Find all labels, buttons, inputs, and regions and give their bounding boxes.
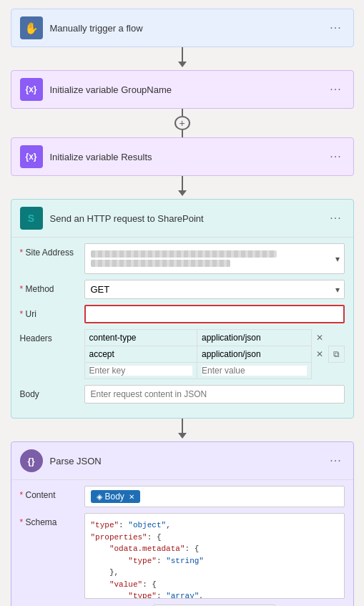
header-value-1: application/json <box>197 346 311 363</box>
init-groupname-menu[interactable]: ··· <box>328 81 345 98</box>
json-schema-editor[interactable]: "type": "object", "properties": { "odata… <box>84 513 345 599</box>
header-copy-icon[interactable]: ⧉ <box>328 346 344 363</box>
uri-control[interactable]: /_api/Web/RoleAssignments?$expand=Member… <box>84 305 345 323</box>
table-row: accept application/json ✕ ⧉ <box>84 346 344 363</box>
schema-control[interactable]: "type": "object", "properties": { "odata… <box>84 513 345 606</box>
connector-plus-1: + <box>174 109 190 137</box>
conn-line <box>182 109 183 116</box>
connector-arrow <box>178 62 187 67</box>
body-tag-label: Body <box>105 492 124 502</box>
connector-3 <box>178 419 187 441</box>
c3-line <box>182 419 183 433</box>
connector-line <box>182 47 183 62</box>
header-value-input[interactable] <box>202 366 307 376</box>
parse-json-form-body: Content ◈ Body ✕ Schema "type" <box>11 479 353 606</box>
connector-2 <box>178 176 187 199</box>
body-control[interactable] <box>84 385 345 404</box>
content-row: Content ◈ Body ✕ <box>20 486 345 507</box>
init-results-title: Initialize variable Results <box>50 152 328 162</box>
step-http: S Send an HTTP request to SharePoint ···… <box>11 199 354 419</box>
init-results-menu[interactable]: ··· <box>328 148 345 165</box>
http-form-body: Site Address ▾ Method GET ▾ <box>11 237 353 418</box>
method-row: Method GET ▾ <box>20 280 345 299</box>
c2-arrow <box>178 190 187 196</box>
uri-label: Uri <box>20 305 84 319</box>
schema-row: Schema "type": "object", "properties": {… <box>20 513 345 606</box>
content-label: Content <box>20 486 84 500</box>
header-key-1: accept <box>84 346 197 363</box>
body-tag-close[interactable]: ✕ <box>129 493 134 501</box>
headers-label: Headers <box>20 329 84 343</box>
body-row: Body <box>20 385 345 404</box>
site-address-control: ▾ <box>84 243 345 274</box>
c3-arrow <box>178 433 187 439</box>
http-menu[interactable]: ··· <box>328 210 345 227</box>
parse-json-title: Parse JSON <box>50 456 328 466</box>
uri-input[interactable]: /_api/Web/RoleAssignments?$expand=Member… <box>84 305 345 323</box>
flow-container: ✋ Manually trigger a flow ··· {x} Initia… <box>0 0 364 606</box>
trigger-title: Manually trigger a flow <box>50 23 328 34</box>
method-chevron-icon: ▾ <box>335 285 340 295</box>
trigger-menu[interactable]: ··· <box>328 19 345 36</box>
conn-line-2 <box>182 130 183 137</box>
step-init-results: {x} Initialize variable Results ··· <box>11 137 354 176</box>
json-icon: {} <box>20 449 43 472</box>
method-control: GET ▾ <box>84 280 345 299</box>
header-key-input[interactable] <box>89 366 192 376</box>
add-step-button-1[interactable]: + <box>174 116 190 130</box>
headers-table: content-type application/json ✕ accept a… <box>84 329 345 379</box>
site-chevron-icon: ▾ <box>335 254 340 264</box>
connector-1 <box>178 47 187 70</box>
site-address-label: Site Address <box>20 243 84 258</box>
content-control: ◈ Body ✕ <box>84 486 345 507</box>
schema-label: Schema <box>20 513 84 527</box>
step-trigger: ✋ Manually trigger a flow ··· <box>11 9 354 47</box>
header-delete-1[interactable]: ✕ <box>311 346 328 363</box>
step-init-groupname: {x} Initialize variable GroupName ··· <box>11 70 354 109</box>
uri-row: Uri /_api/Web/RoleAssignments?$expand=Me… <box>20 305 345 323</box>
method-label: Method <box>20 280 84 294</box>
header-value-0: application/json <box>197 330 311 346</box>
init-groupname-title: Initialize variable GroupName <box>50 84 328 95</box>
method-value: GET <box>91 284 110 295</box>
headers-row: Headers content-type application/json ✕ … <box>20 329 345 379</box>
c2-line <box>182 176 183 190</box>
body-tag-icon: ◈ <box>97 492 102 502</box>
trigger-icon: ✋ <box>20 16 43 39</box>
body-tag: ◈ Body ✕ <box>91 490 140 503</box>
table-row: content-type application/json ✕ <box>84 330 344 346</box>
header-key-empty[interactable] <box>84 363 197 379</box>
table-row <box>84 363 344 379</box>
http-title: Send an HTTP request to SharePoint <box>50 213 328 224</box>
body-input[interactable] <box>84 385 345 404</box>
header-key-0: content-type <box>84 330 197 346</box>
header-value-empty[interactable] <box>197 363 311 379</box>
variable-icon-results: {x} <box>20 145 43 168</box>
variable-icon-groupname: {x} <box>20 78 43 101</box>
header-delete-0[interactable]: ✕ <box>311 330 328 346</box>
step-parse-json: {} Parse JSON ··· Content ◈ Body ✕ <box>11 441 354 606</box>
site-address-row: Site Address ▾ <box>20 243 345 274</box>
body-label: Body <box>20 385 84 399</box>
headers-control: content-type application/json ✕ accept a… <box>84 329 345 379</box>
http-icon: S <box>20 207 43 230</box>
parse-json-menu[interactable]: ··· <box>328 452 345 469</box>
